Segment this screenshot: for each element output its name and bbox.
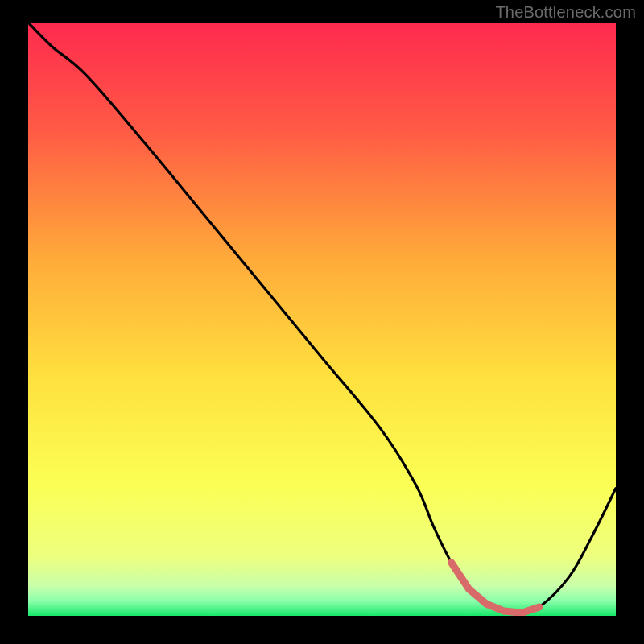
watermark-text: TheBottleneck.com bbox=[495, 3, 636, 22]
gradient-background bbox=[28, 23, 616, 616]
chart-svg bbox=[28, 23, 616, 616]
chart-plot-area bbox=[28, 23, 616, 616]
